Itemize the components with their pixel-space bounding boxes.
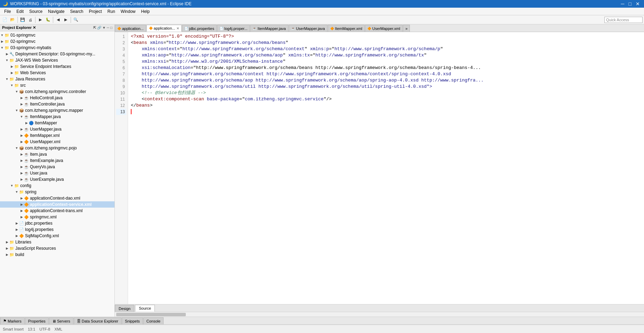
- sidebar-item-ItemMapper-class[interactable]: ▶🔵ItemMapper: [0, 120, 114, 126]
- menu-item-navigate[interactable]: Navigate: [45, 8, 67, 15]
- tree-arrow-libraries[interactable]: ▶: [5, 240, 9, 244]
- tree-arrow-Item[interactable]: ▶: [19, 153, 24, 156]
- menu-item-window[interactable]: Window: [118, 8, 138, 15]
- sidebar-item-QueryVo[interactable]: ▶☕QueryVo.java: [0, 164, 114, 170]
- tree-arrow-controller-pkg[interactable]: ▼: [15, 90, 19, 93]
- maximize-button[interactable]: □: [627, 1, 633, 7]
- menu-item-edit[interactable]: Edit: [14, 8, 26, 15]
- menu-item-source[interactable]: Source: [26, 8, 45, 15]
- sidebar-item-appctx-dao[interactable]: ▶🔶applicationContext-dao.xml: [0, 195, 114, 201]
- tree-arrow-appctx-trans[interactable]: ▶: [19, 209, 24, 212]
- maximize-view-button[interactable]: □: [110, 26, 112, 30]
- sidebar-item-HelloControll[interactable]: ▶☕HelloControll.java: [0, 95, 114, 101]
- editor-tab-overflow[interactable]: »: [403, 25, 410, 32]
- run-button[interactable]: ▶: [37, 16, 44, 23]
- ds-tab-source[interactable]: Source: [135, 305, 155, 312]
- editor-tab-appctx1[interactable]: 🔶application...: [115, 25, 146, 32]
- bottom-tab-properties[interactable]: Properties: [25, 317, 49, 324]
- sidebar-item-appctx-service[interactable]: ▶🔶applicationContext-service.xml: [0, 201, 114, 208]
- sidebar-item-src[interactable]: ▼📁src: [0, 82, 114, 88]
- tree-arrow-build[interactable]: ▶: [5, 253, 9, 256]
- bottom-tab-servers[interactable]: 🖥Servers: [49, 317, 73, 324]
- tree-arrow-mapper-pkg[interactable]: ▼: [15, 109, 19, 112]
- tree-arrow-ItemExample[interactable]: ▶: [19, 159, 24, 162]
- editor-tab-ItemMapper-java[interactable]: ☕ItemMapper.java: [250, 25, 288, 32]
- minimize-button[interactable]: ─: [620, 1, 626, 7]
- bottom-tab-markers[interactable]: ⚑Markers: [0, 317, 25, 324]
- sidebar-item-config[interactable]: ▼📁config: [0, 183, 114, 189]
- tree-arrow-log4j-props[interactable]: ▶: [15, 228, 19, 231]
- tree-arrow-ItemMapper-java[interactable]: ▼: [19, 115, 24, 118]
- sidebar-item-sei[interactable]: ▶📁Service Endpoint Interfaces: [0, 63, 114, 70]
- tree-arrow-javaresources[interactable]: ▼: [5, 77, 9, 81]
- debug-button[interactable]: 🐛: [45, 16, 51, 23]
- sidebar-item-appctx-trans[interactable]: ▶🔶applicationContext-trans.xml: [0, 208, 114, 214]
- menu-item-run[interactable]: Run: [105, 8, 118, 15]
- sidebar-item-libraries[interactable]: ▶📁Libraries: [0, 239, 114, 245]
- forward-button[interactable]: ▶: [62, 16, 69, 23]
- tree-arrow-config[interactable]: ▼: [10, 184, 14, 187]
- editor-tab-ItemMapper-xml[interactable]: 🔶ItemMapper.xml: [328, 25, 365, 32]
- code-content[interactable]: <?xml version="1.0" encoding="UTF-8"?><b…: [128, 32, 644, 304]
- sidebar-item-controller-pkg[interactable]: ▼📦com.itzheng.springmvc.controller: [0, 88, 114, 95]
- sidebar-item-webservices[interactable]: ▶📁Web Services: [0, 70, 114, 76]
- menu-item-search[interactable]: Search: [67, 8, 86, 15]
- sidebar-item-ItemExample[interactable]: ▶☕ItemExample.java: [0, 157, 114, 164]
- collapse-all-button[interactable]: ⇱: [93, 26, 96, 30]
- tree-arrow-User[interactable]: ▶: [19, 171, 24, 175]
- menu-item-file[interactable]: File: [1, 8, 14, 15]
- editor-tab-jdbc[interactable]: 📄jdbc.properties: [182, 25, 217, 32]
- sidebar-item-javaresources[interactable]: ▼📁Java Resources: [0, 76, 114, 82]
- sidebar-item-01-springmvc[interactable]: ▼📁01-springmvc: [0, 32, 114, 38]
- sidebar-item-springmvc[interactable]: ▶🔶springmvc.xml: [0, 214, 114, 220]
- tree-arrow-UserExample[interactable]: ▶: [19, 178, 24, 181]
- sidebar-item-log4j-props[interactable]: ▶📄log4j.properties: [0, 226, 114, 233]
- tree-arrow-deployment[interactable]: ▶: [5, 52, 9, 56]
- sidebar-item-jaxws[interactable]: ▼📁JAX-WS Web Services: [0, 57, 114, 63]
- tree-arrow-jaxws[interactable]: ▼: [5, 59, 9, 62]
- ds-tab-design[interactable]: Design: [115, 305, 134, 312]
- tree-arrow-ItemMapper-class[interactable]: ▶: [24, 121, 29, 125]
- tree-arrow-ItemMapper-xml[interactable]: ▶: [19, 134, 24, 137]
- view-menu-button[interactable]: ▼: [102, 26, 106, 30]
- tree-arrow-QueryVo[interactable]: ▶: [19, 165, 24, 169]
- sidebar-item-mapper-pkg[interactable]: ▼📦com.itzheng.springmvc.mapper: [0, 107, 114, 114]
- sidebar-item-UserExample[interactable]: ▶☕UserExample.java: [0, 176, 114, 183]
- tree-arrow-ItemController[interactable]: ▶: [19, 102, 24, 106]
- tree-arrow-jsresources[interactable]: ▶: [5, 247, 9, 250]
- bottom-tab-datasource[interactable]: 🗄Data Source Explorer: [74, 317, 121, 324]
- tree-arrow-UserMapper-xml[interactable]: ▶: [19, 140, 24, 144]
- sidebar-item-ItemMapper-java[interactable]: ▼☕ItemMapper.java: [0, 114, 114, 120]
- tree-arrow-pojo-pkg[interactable]: ▼: [15, 146, 19, 150]
- tree-arrow-02-springmvc[interactable]: ▶: [0, 40, 4, 43]
- tree-arrow-appctx-dao[interactable]: ▶: [19, 196, 24, 200]
- editor-tab-appctx2[interactable]: 🔶application...✕: [146, 25, 182, 32]
- editor-tab-log4j[interactable]: 📄log4j.proper...: [217, 25, 250, 32]
- sidebar-item-Item[interactable]: ▶☕Item.java: [0, 151, 114, 157]
- minimize-view-button[interactable]: ─: [107, 26, 109, 30]
- new-button[interactable]: 📄: [1, 16, 8, 23]
- sidebar-item-ItemController[interactable]: ▶☕ItemController.java: [0, 101, 114, 107]
- tree-arrow-webservices[interactable]: ▶: [10, 71, 14, 75]
- tree-arrow-src[interactable]: ▼: [10, 84, 14, 87]
- quick-access-input[interactable]: Quick Access: [604, 17, 643, 23]
- tree-arrow-springmvc[interactable]: ▶: [19, 215, 24, 219]
- sidebar-item-UserMapper-xml[interactable]: ▶🔶UserMapper.xml: [0, 139, 114, 145]
- tree-arrow-sei[interactable]: ▶: [10, 65, 14, 68]
- bottom-tab-snippets[interactable]: Snippets: [122, 317, 143, 324]
- sidebar-item-SqlMapConfig[interactable]: ▶🔶SqlMapConfig.xml: [0, 233, 114, 239]
- back-button[interactable]: ◀: [55, 16, 62, 23]
- tree-arrow-UserMapper-java[interactable]: ▶: [19, 127, 24, 131]
- open-button[interactable]: 📂: [9, 16, 16, 23]
- sidebar-item-UserMapper-java[interactable]: ▶☕UserMapper.java: [0, 126, 114, 132]
- tree-arrow-HelloControll[interactable]: ▶: [19, 96, 24, 100]
- sidebar-item-User[interactable]: ▶☕User.java: [0, 170, 114, 176]
- sidebar-item-deployment[interactable]: ▶🔧Deployment Descriptor: 03-springmvc-my…: [0, 51, 114, 57]
- sidebar-item-02-springmvc[interactable]: ▶📁02-springmvc: [0, 38, 114, 45]
- menu-item-help[interactable]: Help: [138, 8, 153, 15]
- close-button[interactable]: ✕: [634, 1, 641, 7]
- sidebar-item-ItemMapper-xml[interactable]: ▶🔶ItemMapper.xml: [0, 132, 114, 139]
- tree-arrow-appctx-service[interactable]: ▶: [19, 203, 24, 206]
- editor-tab-UserMapper-xml[interactable]: 🔶UserMapper.xml: [365, 25, 403, 32]
- print-button[interactable]: 🖨: [27, 16, 34, 23]
